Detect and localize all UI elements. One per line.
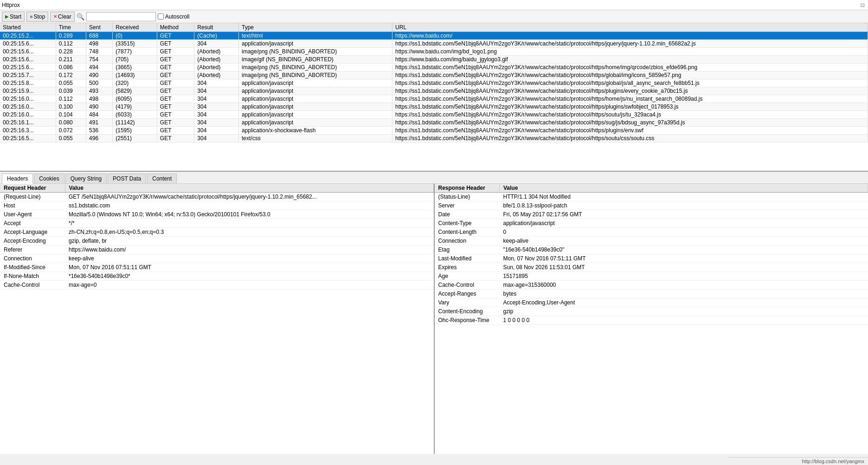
tab-cookies[interactable]: Cookies — [34, 174, 64, 183]
requests-table: Started Time Sent Received Method Result… — [0, 23, 868, 142]
cell-received: (0) — [113, 32, 157, 40]
cell-method: GET — [157, 119, 194, 127]
cell-sent: 498 — [86, 95, 113, 103]
table-row[interactable]: 00:25:15.8...0.055500(320)GET304applicat… — [0, 79, 868, 87]
cell-url: https://ss1.bdstatic.com/5eN1bjq8AAUYm2z… — [392, 119, 868, 127]
tab-content[interactable]: Content — [147, 174, 177, 183]
resp-header-name: Server — [435, 201, 500, 210]
cell-result: (Aborted) — [194, 64, 239, 71]
close-icon[interactable]: □ — [859, 2, 866, 8]
cell-started: 00:25:15.6... — [0, 40, 56, 48]
table-row[interactable]: 00:25:15.6...0.086494(3665)GET(Aborted)i… — [0, 64, 868, 71]
start-button[interactable]: ▶ Start — [2, 12, 25, 22]
table-row[interactable]: 00:25:15.6...0.228748(7877)GET(Aborted)i… — [0, 48, 868, 56]
table-row[interactable]: 00:25:16.0...0.112498(6095)GET304applica… — [0, 95, 868, 103]
cell-received: (11142) — [113, 119, 157, 127]
cell-started: 00:25:15.6... — [0, 64, 56, 71]
cell-type: image/png (NS_BINDING_ABORTED) — [238, 64, 392, 71]
search-icon: 🔍 — [77, 13, 84, 20]
cell-method: GET — [157, 103, 194, 111]
response-headers-table: Response Header Value (Status-Line)HTTP/… — [435, 184, 868, 325]
cell-url: https://ss1.bdstatic.com/5eN1bjq8AAUYm2z… — [392, 40, 868, 48]
req-header-value: keep-alive — [65, 254, 433, 263]
cell-result: 304 — [194, 111, 239, 119]
cell-sent: 490 — [86, 103, 113, 111]
table-row[interactable]: 00:25:15.2...0.289688(0)GET(Cache)text/h… — [0, 32, 868, 40]
resp-header-row: (Status-Line)HTTP/1.1 304 Not Modified — [435, 193, 868, 201]
table-row[interactable]: 00:25:16.1...0.080491(11142)GET304applic… — [0, 119, 868, 127]
cell-result: 304 — [194, 40, 239, 48]
req-header-row: Cache-Controlmax-age=0 — [0, 281, 433, 290]
table-row[interactable]: 00:25:16.5...0.055496(2551)GET304text/cs… — [0, 135, 868, 142]
req-header-name: Accept-Encoding — [0, 237, 65, 245]
table-row[interactable]: 00:25:15.6...0.211754(705)GET(Aborted)im… — [0, 56, 868, 64]
cell-received: (7877) — [113, 48, 157, 56]
table-row[interactable]: 00:25:16.0...0.100490(4179)GET304applica… — [0, 103, 868, 111]
cell-time: 0.211 — [56, 56, 86, 64]
tab-headers[interactable]: Headers — [2, 174, 33, 184]
resp-header-row: Cache-Controlmax-age=315360000 — [435, 281, 868, 290]
bottom-panel: Request Header Value (Request-Line)GET /… — [0, 184, 868, 454]
tab-post-data[interactable]: POST Data — [108, 174, 146, 183]
clear-icon: ✕ — [53, 14, 57, 19]
stop-button[interactable]: ■ Stop — [26, 12, 48, 22]
cell-url: https://ss1.bdstatic.com/5eN1bjq8AAUYm2z… — [392, 64, 868, 71]
search-input[interactable] — [86, 12, 156, 21]
resp-value-col: Value — [500, 184, 868, 193]
cell-result: 304 — [194, 87, 239, 95]
cell-result: (Aborted) — [194, 48, 239, 56]
cell-url: https://ss1.bdstatic.com/5eN1bjq8AAUYm2z… — [392, 127, 868, 135]
req-header-name: If-Modified-Since — [0, 263, 65, 272]
resp-header-name: Expires — [435, 263, 500, 272]
cell-result: 304 — [194, 95, 239, 103]
request-headers-table: Request Header Value (Request-Line)GET /… — [0, 184, 434, 290]
start-icon: ▶ — [5, 14, 9, 19]
col-header-sent: Sent — [86, 23, 113, 32]
cell-started: 00:25:15.6... — [0, 56, 56, 64]
req-header-row: If-None-Match*16e36-540b1498e39c0* — [0, 272, 433, 281]
cell-result: (Aborted) — [194, 56, 239, 64]
resp-header-value: Mon, 07 Nov 2016 07:51:11 GMT — [500, 254, 868, 263]
req-header-value: *16e36-540b1498e39c0* — [65, 272, 433, 281]
resp-header-name: Vary — [435, 298, 500, 307]
autoscroll-label[interactable]: Autoscroll — [158, 13, 190, 20]
autoscroll-checkbox[interactable] — [158, 13, 164, 19]
table-row[interactable]: 00:25:16.0...0.104484(6033)GET304applica… — [0, 111, 868, 119]
cell-time: 0.072 — [56, 127, 86, 135]
resp-header-value: bfe/1.0.8.13-sslpool-patch — [500, 201, 868, 210]
req-header-row: If-Modified-SinceMon, 07 Nov 2016 07:51:… — [0, 263, 433, 272]
resp-header-row: Last-ModifiedMon, 07 Nov 2016 07:51:11 G… — [435, 254, 868, 263]
cell-type: image/gif (NS_BINDING_ABORTED) — [238, 56, 392, 64]
cell-type: application/javascript — [238, 95, 392, 103]
req-header-name: Accept — [0, 219, 65, 228]
req-header-row: Refererhttps://www.baidu.com/ — [0, 245, 433, 254]
req-header-row: Accept-Encodinggzip, deflate, br — [0, 237, 433, 245]
cell-received: (3665) — [113, 64, 157, 71]
resp-header-value: keep-alive — [500, 237, 868, 245]
req-header-value: max-age=0 — [65, 281, 433, 290]
cell-received: (1595) — [113, 127, 157, 135]
cell-url: https://ss1.bdstatic.com/5eN1bjq8AAUYm2z… — [392, 103, 868, 111]
cell-type: application/javascript — [238, 87, 392, 95]
resp-header-name: Content-Encoding — [435, 307, 500, 316]
cell-time: 0.086 — [56, 64, 86, 71]
resp-header-row: DateFri, 05 May 2017 02:17:56 GMT — [435, 210, 868, 219]
cell-type: image/png (NS_BINDING_ABORTED) — [238, 48, 392, 56]
cell-type: application/javascript — [238, 79, 392, 87]
table-row[interactable]: 00:25:16.3...0.072536(1595)GET304applica… — [0, 127, 868, 135]
col-header-time: Time — [56, 23, 86, 32]
req-header-name: Cache-Control — [0, 281, 65, 290]
resp-header-name: Last-Modified — [435, 254, 500, 263]
table-row[interactable]: 00:25:15.6...0.112498(33515)GET304applic… — [0, 40, 868, 48]
cell-started: 00:25:16.5... — [0, 135, 56, 142]
table-row[interactable]: 00:25:15.7...0.172490(14693)GET(Aborted)… — [0, 71, 868, 79]
tab-query-string[interactable]: Query String — [65, 174, 107, 183]
req-header-name: Accept-Language — [0, 228, 65, 237]
cell-url: https://ss1.bdstatic.com/5eN1bjq8AAUYm2z… — [392, 87, 868, 95]
resp-header-name: Age — [435, 272, 500, 281]
clear-button[interactable]: ✕ Clear — [50, 12, 75, 22]
table-row[interactable]: 00:25:15.9...0.039493(5829)GET304applica… — [0, 87, 868, 95]
toolbar: ▶ Start ■ Stop ✕ Clear 🔍 Autoscroll — [0, 10, 868, 23]
resp-header-row: Connectionkeep-alive — [435, 237, 868, 245]
cell-started: 00:25:15.9... — [0, 87, 56, 95]
